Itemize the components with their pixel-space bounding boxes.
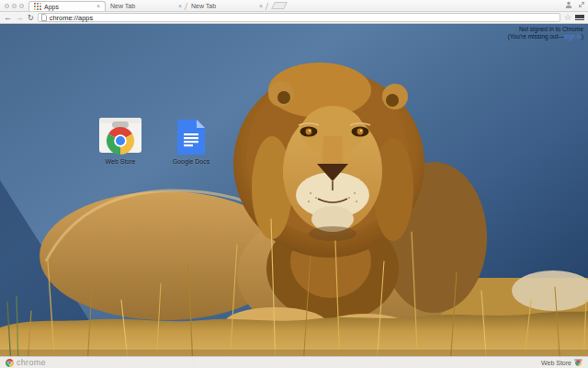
bookmark-star-icon[interactable]: ☆	[564, 14, 571, 22]
signin-line2: (You're missing out—sign in)	[508, 33, 583, 40]
chrome-brand-label: chrome	[17, 358, 46, 367]
tab-label: New Tab	[110, 3, 135, 9]
web-store-link[interactable]: Web Store	[541, 359, 582, 366]
lion-wallpaper	[0, 24, 588, 368]
tab-new-tab-1[interactable]: New Tab ×	[106, 1, 187, 11]
chrome-logo-icon	[6, 359, 14, 367]
app-label: Web Store	[91, 158, 150, 165]
tab-close-icon[interactable]: ×	[96, 4, 100, 9]
back-button[interactable]: ←	[4, 14, 12, 22]
chrome-menu-icon[interactable]	[575, 14, 584, 21]
tab-close-icon[interactable]: ×	[259, 4, 263, 9]
tab-strip-right	[565, 1, 585, 8]
url-text: chrome://apps	[50, 14, 94, 22]
window-controls	[0, 4, 28, 11]
bottom-bar: chrome Web Store	[0, 356, 588, 368]
tab-label: New Tab	[191, 3, 216, 9]
tab-apps[interactable]: Apps ×	[28, 1, 106, 11]
window-minimize-button[interactable]	[12, 4, 17, 8]
page-icon	[41, 14, 47, 21]
chrome-brand: chrome	[6, 358, 46, 367]
web-store-icon	[97, 116, 143, 155]
web-store-mini-icon	[574, 359, 582, 366]
window-zoom-button[interactable]	[19, 4, 24, 8]
tab-close-icon[interactable]: ×	[178, 4, 182, 9]
web-store-link-label: Web Store	[541, 360, 571, 366]
window-close-button[interactable]	[5, 4, 9, 8]
profile-avatar-icon[interactable]	[565, 1, 572, 8]
sign-in-link[interactable]: sign in	[564, 33, 582, 40]
browser-window: Apps × New Tab × New Tab × ← → ↻	[0, 0, 588, 368]
tab-strip: Apps × New Tab × New Tab ×	[0, 0, 588, 12]
tab-label: Apps	[44, 4, 59, 10]
apps-grid-icon	[34, 3, 41, 10]
toolbar: ← → ↻ chrome://apps ☆	[0, 12, 588, 24]
google-docs-icon	[177, 120, 205, 155]
app-web-store[interactable]: Web Store	[91, 116, 150, 165]
tab-new-tab-2[interactable]: New Tab ×	[187, 1, 267, 11]
expand-window-icon[interactable]	[578, 1, 585, 8]
app-google-docs[interactable]: Google Docs	[162, 116, 220, 165]
new-tab-button[interactable]	[271, 2, 288, 9]
forward-button[interactable]: →	[16, 14, 24, 22]
reload-button[interactable]: ↻	[28, 14, 34, 22]
signin-note: Not signed in to Chrome (You're missing …	[508, 26, 583, 40]
new-tab-page: Not signed in to Chrome (You're missing …	[0, 24, 588, 368]
address-bar[interactable]: chrome://apps	[38, 13, 560, 22]
app-label: Google Docs	[162, 158, 220, 165]
signin-line1: Not signed in to Chrome	[508, 26, 583, 33]
